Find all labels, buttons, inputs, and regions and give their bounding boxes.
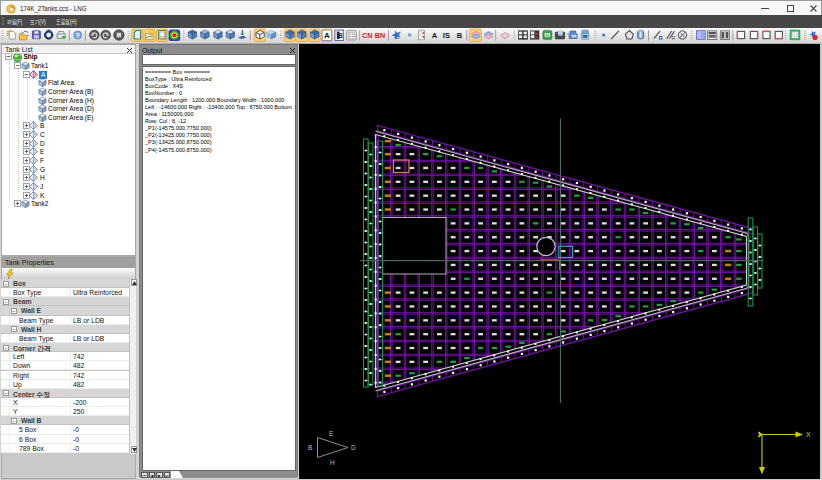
svg-text:B: B — [308, 444, 312, 451]
svg-text:?: ? — [76, 32, 80, 39]
svg-text:A: A — [432, 31, 438, 40]
svg-text:E: E — [329, 430, 334, 437]
svg-text:B: B — [338, 32, 343, 39]
svg-text:CN: CN — [362, 31, 372, 40]
svg-text:R: R — [672, 35, 676, 41]
svg-text:H: H — [330, 459, 335, 466]
svg-text:X: X — [806, 431, 811, 438]
svg-text:D: D — [351, 444, 356, 451]
svg-text:A: A — [324, 31, 330, 40]
svg-text:BN: BN — [375, 31, 385, 40]
svg-text:B: B — [457, 31, 463, 40]
svg-text:R: R — [659, 35, 663, 41]
svg-text:IS: IS — [443, 31, 450, 40]
